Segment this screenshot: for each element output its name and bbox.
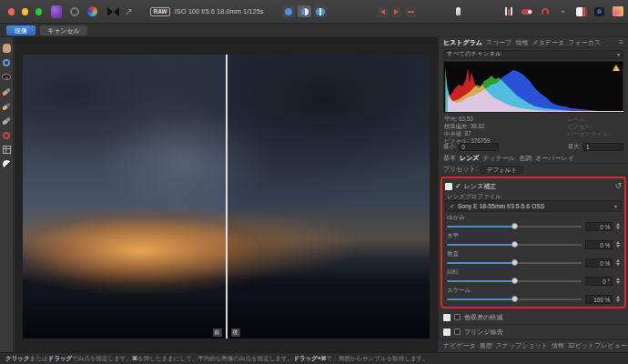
defringe-checkbox[interactable] bbox=[454, 329, 461, 335]
slider-thumb[interactable] bbox=[512, 241, 518, 248]
sync-left-button[interactable] bbox=[377, 6, 389, 17]
photo-preview[interactable]: 前 後 bbox=[23, 55, 430, 339]
rotation-slider[interactable] bbox=[447, 280, 582, 282]
scale-slider[interactable] bbox=[447, 298, 582, 300]
slider-thumb[interactable] bbox=[512, 278, 518, 284]
softproof-icon[interactable] bbox=[576, 5, 587, 18]
tab-histogram[interactable]: ヒストグラム bbox=[443, 38, 482, 47]
after-half-overlay bbox=[227, 55, 430, 339]
horizontal-slider[interactable] bbox=[447, 244, 582, 246]
overlay-paint-tool[interactable] bbox=[2, 101, 12, 111]
tab-info-bottom[interactable]: 情報 bbox=[552, 341, 564, 350]
distortion-value-input[interactable]: 0 % bbox=[585, 222, 613, 231]
zoom-tool[interactable] bbox=[2, 57, 12, 67]
right-panel: ヒストグラム スコープ 情報 メタデータ フォーカス ≡ すべてのチャンネル ▾… bbox=[438, 37, 628, 352]
tab-32bit-preview[interactable]: 32ビットプレビュー bbox=[568, 341, 627, 350]
scale-stepper[interactable] bbox=[616, 296, 620, 302]
close-window-button[interactable] bbox=[8, 8, 15, 15]
tone-mapping-persona-icon[interactable] bbox=[105, 5, 116, 18]
hand-icon bbox=[3, 44, 11, 53]
tab-overlays[interactable]: オーバーレイ bbox=[535, 154, 574, 163]
develop-persona-icon[interactable] bbox=[87, 5, 98, 18]
tab-navigator[interactable]: ナビゲータ bbox=[443, 341, 476, 350]
preset-label: プリセット: bbox=[443, 165, 478, 174]
reset-icon[interactable]: ↺ bbox=[614, 182, 622, 190]
split-divider[interactable] bbox=[226, 55, 228, 339]
sync-right-button[interactable] bbox=[391, 6, 403, 17]
minimize-window-button[interactable] bbox=[22, 8, 28, 15]
red-eye-removal-tool[interactable] bbox=[2, 72, 12, 82]
mirror-view-button[interactable] bbox=[314, 5, 328, 17]
single-view-button[interactable] bbox=[282, 5, 296, 17]
snapping-magnet-icon[interactable] bbox=[540, 5, 551, 18]
vertical-slider[interactable] bbox=[447, 262, 582, 264]
darkmode-preview-icon[interactable] bbox=[594, 5, 605, 18]
status-seg: を押したままにして、平均的な画像の白点を指定します。 bbox=[137, 355, 293, 363]
horizontal-stepper[interactable] bbox=[616, 241, 620, 248]
overlay-erase-tool[interactable] bbox=[2, 116, 12, 126]
sync-both-button[interactable] bbox=[405, 6, 417, 17]
slider-thumb[interactable] bbox=[512, 259, 518, 266]
paint-brush-icon bbox=[2, 102, 11, 110]
scale-value-input[interactable]: 100 % bbox=[585, 295, 613, 304]
distortion-slider-row: ゆがみ 0 % bbox=[445, 214, 622, 232]
tab-focus[interactable]: フォーカス bbox=[568, 38, 601, 47]
distortion-stepper[interactable] bbox=[616, 223, 620, 229]
crop-tool[interactable] bbox=[2, 145, 12, 155]
options-dot-icon[interactable] bbox=[558, 5, 569, 18]
export-persona-icon[interactable]: ↗ bbox=[123, 5, 134, 18]
slider-thumb[interactable] bbox=[512, 296, 518, 302]
chromatic-aberration-checkbox[interactable] bbox=[454, 314, 461, 320]
max-input[interactable]: 1 bbox=[583, 143, 623, 151]
white-balance-tool[interactable] bbox=[2, 159, 12, 169]
section-thumbnail-icon bbox=[443, 329, 451, 336]
tab-metadata[interactable]: メタデータ bbox=[532, 38, 564, 47]
photo-persona-icon[interactable] bbox=[69, 5, 80, 18]
gradient-preview-icon[interactable] bbox=[613, 5, 623, 18]
vertical-value-input[interactable]: 0 % bbox=[585, 258, 613, 268]
cancel-button[interactable]: キャンセル bbox=[40, 25, 87, 35]
tab-scope[interactable]: スコープ bbox=[486, 38, 512, 47]
chevron-down-icon: ▾ bbox=[614, 203, 617, 209]
rotation-stepper[interactable] bbox=[616, 278, 620, 284]
slider-thumb[interactable] bbox=[512, 223, 518, 229]
histogram[interactable] bbox=[443, 61, 623, 113]
status-seg: ドラッグ bbox=[48, 355, 73, 363]
minmax-row: 最小: 0 最大: 1 bbox=[439, 140, 628, 153]
lens-correction-checkbox[interactable]: ✓ bbox=[455, 182, 461, 190]
lens-profile-dropdown[interactable]: ✓ Sony E 18-55mm f/3.5-5.6 OSS ▾ bbox=[445, 200, 622, 212]
develop-button[interactable]: 現像 bbox=[6, 25, 35, 35]
split-view-button[interactable] bbox=[298, 5, 311, 17]
tab-lens[interactable]: レンズ bbox=[460, 154, 480, 163]
tab-info[interactable]: 情報 bbox=[515, 38, 528, 47]
blemish-removal-tool[interactable] bbox=[2, 86, 12, 96]
tab-history[interactable]: 履歴 bbox=[480, 341, 492, 350]
panel-menu-icon[interactable]: ≡ bbox=[619, 38, 623, 46]
view-pan-tool[interactable] bbox=[2, 43, 12, 53]
tab-snapshot[interactable]: スナップショット bbox=[496, 341, 548, 350]
stat-mean: 平均: 63.53 bbox=[444, 116, 490, 122]
adjustment-bars-icon[interactable] bbox=[503, 5, 514, 18]
horizontal-value-input[interactable]: 0 % bbox=[585, 240, 613, 249]
section-thumbnail-icon bbox=[443, 314, 451, 321]
stat-percentile-label: パーセンタイル: bbox=[567, 130, 610, 136]
distortion-slider[interactable] bbox=[447, 226, 582, 228]
affinity-develop-window: ↗ RAW ISO 100 f/5.6 18.0mm 1/125s 現像 キャン… bbox=[0, 0, 628, 364]
max-label: 最大: bbox=[568, 143, 581, 151]
tab-details[interactable]: ディテール bbox=[483, 154, 516, 163]
vertical-stepper[interactable] bbox=[616, 259, 620, 266]
lamp-icon[interactable] bbox=[452, 5, 463, 18]
tab-tones[interactable]: 色調 bbox=[519, 154, 532, 163]
overlay-gradient-tool[interactable] bbox=[2, 130, 12, 140]
horizontal-slider-row: 水平 0 % bbox=[445, 232, 622, 250]
preset-dropdown[interactable]: デフォルト bbox=[481, 166, 523, 174]
zoom-window-button[interactable] bbox=[35, 8, 42, 15]
clipping-warning-icon[interactable] bbox=[613, 65, 620, 71]
toggle-icon[interactable] bbox=[522, 5, 532, 18]
channel-dropdown[interactable]: すべてのチャンネル ▾ bbox=[443, 50, 623, 59]
canvas-area[interactable]: 前 後 bbox=[15, 37, 438, 352]
min-input[interactable]: 0 bbox=[459, 143, 499, 151]
tab-basic[interactable]: 基本 bbox=[443, 154, 456, 163]
crop-icon bbox=[3, 146, 11, 154]
rotation-value-input[interactable]: 0 ° bbox=[585, 277, 613, 286]
